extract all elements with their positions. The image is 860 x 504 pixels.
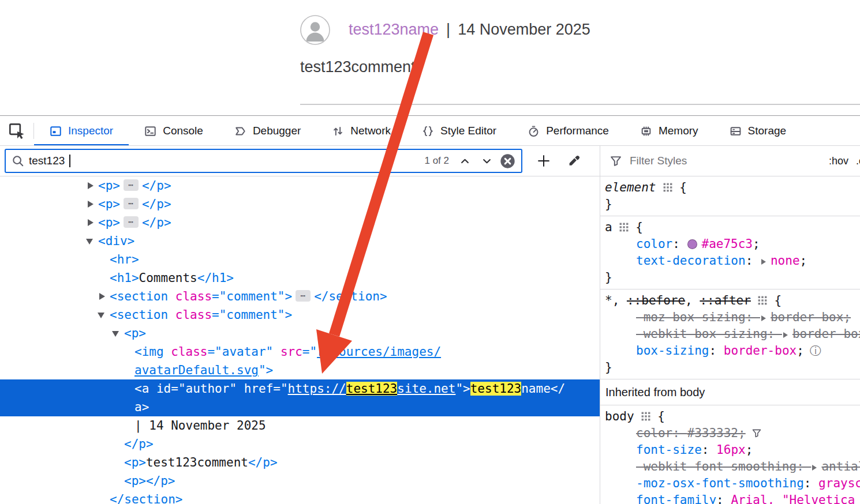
code-token: <p> <box>124 456 146 469</box>
selector-highlighter-icon[interactable] <box>619 220 629 229</box>
code-token: </ <box>551 382 565 396</box>
next-match-button[interactable] <box>478 152 495 170</box>
rule-selector[interactable]: , <box>612 294 627 307</box>
open-brace: { <box>672 180 687 194</box>
code-token: ; <box>843 310 851 324</box>
selector-highlighter-icon[interactable] <box>663 180 672 189</box>
markup-row[interactable]: <section class="comment"> <box>0 306 600 324</box>
inline-text-expander-icon[interactable]: ⋯ <box>124 179 139 191</box>
expand-twisty-icon[interactable] <box>85 213 95 232</box>
rule-selector[interactable]: * <box>605 294 612 307</box>
expand-twisty-icon[interactable] <box>96 287 107 306</box>
css-declaration[interactable]: font-family: Arial, "Helvetica Neue", sa… <box>600 492 860 504</box>
css-declaration[interactable]: -moz-osx-font-smoothing: grayscale; <box>600 475 860 492</box>
code-token: <div> <box>98 234 134 248</box>
markup-row[interactable]: <p></p> <box>0 472 600 490</box>
css-declaration[interactable]: font-size: 16px; <box>600 442 860 458</box>
info-icon[interactable]: ⓘ <box>810 344 821 358</box>
collapse-twisty-icon[interactable] <box>96 306 107 324</box>
search-input[interactable]: test123 <box>29 155 65 167</box>
search-match-highlight[interactable]: test123 <box>346 382 398 396</box>
eyedropper-button[interactable] <box>567 155 581 168</box>
css-declaration[interactable]: color: #ae75c3; <box>600 236 860 253</box>
collapse-twisty-icon[interactable] <box>111 324 121 343</box>
css-declaration[interactable]: -moz-box-sizing: border-box; <box>600 309 860 326</box>
code-token: | 14 November 2025 <box>134 419 266 432</box>
css-declaration[interactable]: box-sizing: border-box;ⓘ <box>600 343 860 359</box>
tab-storage[interactable]: Storage <box>714 116 802 145</box>
overridden-filter-icon[interactable] <box>751 426 762 443</box>
rule-selector[interactable]: ::after <box>700 294 751 307</box>
css-declaration[interactable]: color: #333332; <box>600 425 860 442</box>
comment-text: test123comment <box>300 58 416 76</box>
rule-selector-line: body { <box>600 408 860 425</box>
attribute-link[interactable]: avatarDefault.svg <box>134 363 259 377</box>
code-token: "> <box>455 382 470 396</box>
selector-highlighter-icon[interactable] <box>758 293 767 302</box>
rule-selector[interactable]: body <box>605 409 634 423</box>
computed-expander-icon[interactable] <box>783 332 788 338</box>
tab-performance[interactable]: Performance <box>512 116 625 145</box>
color-swatch[interactable] <box>687 239 697 249</box>
markup-row[interactable]: <p> <box>0 324 600 343</box>
computed-expander-icon[interactable] <box>761 259 766 265</box>
markup-row[interactable]: <p>⋯</p> <box>0 176 600 195</box>
rule-selector[interactable]: , <box>685 294 700 307</box>
computed-expander-icon[interactable] <box>761 315 766 321</box>
tab-memory[interactable]: Memory <box>625 116 714 145</box>
add-rule-button[interactable] <box>537 155 550 167</box>
tab-console[interactable]: Console <box>129 116 219 145</box>
code-token: : <box>709 344 723 358</box>
tab-inspector[interactable]: Inspector <box>34 116 129 145</box>
css-declaration[interactable]: text-decoration: none; <box>600 253 860 269</box>
markup-row[interactable]: </section> <box>0 490 600 504</box>
code-token: <p> <box>98 197 120 211</box>
attribute-link[interactable]: https:// <box>288 382 346 396</box>
tab-debugger[interactable]: Debugger <box>219 116 316 145</box>
markup-row[interactable]: <div> <box>0 232 600 250</box>
inline-text-expander-icon[interactable]: ⋯ <box>124 198 139 209</box>
author-link[interactable]: test123name <box>349 21 439 38</box>
markup-row[interactable]: <p>⋯</p> <box>0 213 600 232</box>
tab-style-editor[interactable]: Style Editor <box>406 116 512 145</box>
markup-row[interactable]: a> <box>0 398 600 416</box>
clear-search-button[interactable] <box>500 153 515 169</box>
search-box[interactable]: test123 1 of 2 <box>5 149 522 173</box>
inline-text-expander-icon[interactable]: ⋯ <box>296 290 311 302</box>
filter-styles-input[interactable]: Filter Styles <box>630 155 687 167</box>
close-brace: } <box>600 359 860 376</box>
markup-row[interactable]: </p> <box>0 435 600 453</box>
attribute-link[interactable]: resources/images/ <box>317 345 441 359</box>
markup-row[interactable]: <img class="avatar" src="resources/image… <box>0 343 600 361</box>
markup-row[interactable]: <p>test123comment</p> <box>0 453 600 472</box>
collapse-twisty-icon[interactable] <box>85 232 95 250</box>
markup-row[interactable]: | 14 November 2025 <box>0 416 600 435</box>
rule-selector[interactable]: ::before <box>627 294 685 307</box>
rule-selector[interactable]: element <box>605 180 656 194</box>
computed-expander-icon[interactable] <box>812 465 817 471</box>
markup-row[interactable]: <p>⋯</p> <box>0 195 600 213</box>
pick-element-button[interactable] <box>0 122 33 140</box>
code-token: class <box>175 289 212 303</box>
previous-match-button[interactable] <box>456 152 473 170</box>
css-declaration[interactable]: -webkit-box-sizing: border-box; <box>600 326 860 343</box>
inline-text-expander-icon[interactable]: ⋯ <box>124 216 139 228</box>
attribute-link[interactable]: site.net <box>397 382 455 396</box>
tab-label: Inspector <box>68 125 113 137</box>
expand-twisty-icon[interactable] <box>85 176 95 195</box>
pseudo-class-panel-toggle[interactable]: :hov <box>829 155 848 167</box>
selector-highlighter-icon[interactable] <box>641 409 650 418</box>
expand-twisty-icon[interactable] <box>85 195 95 213</box>
tab-network[interactable]: Network <box>316 116 406 145</box>
markup-row[interactable]: <hr> <box>0 250 600 269</box>
markup-row[interactable]: <h1>Comments</h1> <box>0 269 600 287</box>
markup-row[interactable]: avatarDefault.svg"> <box>0 361 600 379</box>
rule-selector[interactable]: a <box>605 220 612 234</box>
code-token: <section <box>110 308 168 322</box>
markup-row[interactable]: <section class="comment">⋯</section> <box>0 287 600 306</box>
code-token: class <box>175 308 212 322</box>
markup-row[interactable]: <a id="author" href="https://test123site… <box>0 379 600 398</box>
css-declaration[interactable]: -webkit-font-smoothing: antialiased; <box>600 458 860 475</box>
code-token: name <box>521 382 551 396</box>
class-panel-toggle[interactable]: .cls <box>856 155 860 167</box>
